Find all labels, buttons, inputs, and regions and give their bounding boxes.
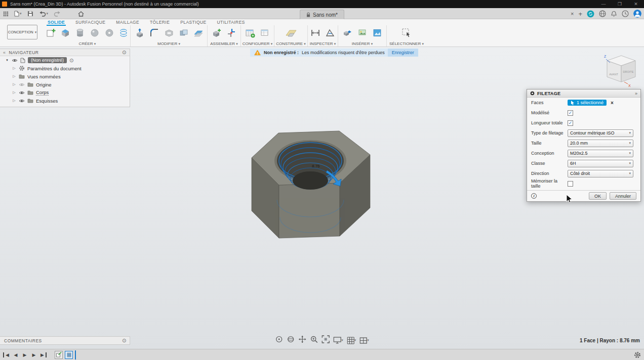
document-tab[interactable]: Sans nom* [300,10,344,19]
save-icon[interactable] [27,11,33,17]
viewports-icon[interactable]: ▾ [359,337,369,344]
insert-canvas-icon[interactable] [371,26,384,39]
ok-button[interactable]: OK [589,192,607,200]
tree-item-bodies[interactable]: ▷ Corps [0,88,130,97]
step-back-icon[interactable]: ◀ [12,352,19,357]
create-coil-icon[interactable] [117,26,130,39]
insert-derive-icon[interactable] [341,26,354,39]
measure-icon[interactable] [309,26,322,39]
globe-icon[interactable] [599,10,606,17]
redo-icon[interactable] [54,11,61,17]
expand-icon[interactable]: ▷ [12,82,16,86]
configure-feature-icon[interactable] [258,26,271,39]
maximize-icon[interactable]: ❐ [612,2,628,7]
hex-nut-model[interactable]: 8.76 [223,124,395,245]
group-label-assembler[interactable]: ASSEMBLER ▾ [208,41,240,46]
panel-options-icon[interactable]: ⊙ [122,50,127,55]
expand-icon[interactable]: ▷ [12,66,16,70]
tree-item-named-views[interactable]: ▷ Vues nommées [0,72,130,80]
designation-select[interactable]: M20x2.5▾ [568,150,633,157]
go-to-end-icon[interactable]: ▶ [39,352,47,357]
panel-options-icon[interactable]: ⊙ [122,338,127,343]
play-icon[interactable]: ▶ [21,352,28,357]
thread-type-select[interactable]: Contour métrique ISO▾ [568,129,633,137]
app-grid-icon[interactable] [3,11,9,17]
create-cylinder-icon[interactable] [73,26,87,39]
size-select[interactable]: 20.0 mm▾ [568,140,633,147]
conception-workspace-button[interactable]: CONCEPTION▾ [7,25,37,39]
visibility-eye-icon[interactable] [19,99,25,103]
undo-icon[interactable]: ▾ [39,11,49,17]
group-label-inserer[interactable]: INSÉRER ▾ [338,41,386,46]
visibility-eye-icon[interactable] [19,82,25,87]
timeline-position-marker[interactable] [75,350,76,359]
zoom-icon[interactable] [310,335,318,345]
group-label-construire[interactable]: CONSTRUIRE ▾ [274,41,307,46]
create-torus-icon[interactable] [103,26,116,39]
step-forward-icon[interactable]: ▶ [30,352,37,357]
select-tool-icon[interactable] [400,26,413,39]
tree-item-document-root[interactable]: ▾ (Non enregistré) ⊙ [0,56,130,64]
combine-icon[interactable] [177,26,190,39]
minimize-icon[interactable]: — [595,2,612,7]
tree-item-sketches[interactable]: ▷ Esquisses [0,97,130,105]
close-window-icon[interactable]: ✕ [628,2,644,7]
expand-icon[interactable]: ▷ [12,74,16,78]
save-now-button[interactable]: Enregistrer [388,49,418,57]
class-select[interactable]: 6H▾ [568,160,633,167]
new-component-icon[interactable] [210,26,223,39]
root-document-label[interactable]: (Non enregistré) [28,57,67,63]
group-label-creer[interactable]: CRÉER ▾ [45,41,130,46]
timeline-feature-thread[interactable] [65,351,73,359]
constrained-orbit-icon[interactable] [287,335,295,345]
visibility-eye-icon[interactable] [19,91,25,95]
info-icon[interactable]: i [531,193,537,199]
offset-face-icon[interactable] [192,26,205,39]
viewcube-right-label[interactable]: DROITE [623,70,634,73]
dialog-header[interactable]: FILETAGE » [527,89,640,98]
tree-item-origin[interactable]: ▷ Origine [0,80,130,88]
job-status-icon[interactable] [622,10,629,17]
home-icon[interactable] [78,11,84,17]
visibility-eye-icon[interactable] [12,58,18,63]
joint-icon[interactable] [225,26,238,39]
shell-icon[interactable] [163,26,176,39]
faces-selection-chip[interactable]: 1 sélectionné [568,100,607,106]
timeline-feature-sketch[interactable] [55,351,63,359]
configuration-table-icon[interactable] [244,26,257,39]
direction-select[interactable]: Côté droit▾ [568,170,633,177]
expand-icon[interactable]: ▾ [5,58,9,62]
display-settings-icon[interactable]: ▾ [333,337,343,344]
group-label-selectionner[interactable]: SÉLECTIONNER ▾ [387,41,426,46]
new-tab-icon[interactable]: + [578,10,582,18]
expand-icon[interactable]: ▷ [12,99,16,103]
close-tab-icon[interactable]: × [571,11,574,17]
insert-decal-icon[interactable] [356,26,369,39]
construct-plane-icon[interactable] [285,26,298,39]
full-length-checkbox[interactable]: ✓ [568,120,573,126]
group-label-inspecter[interactable]: INSPECTER ▾ [308,41,338,46]
remember-size-checkbox[interactable] [568,181,573,187]
group-label-modifier[interactable]: MODIFIER ▾ [131,41,207,46]
tree-item-document-settings[interactable]: ▷ Paramètres du document [0,64,130,72]
user-avatar[interactable] [633,10,641,18]
pan-icon[interactable] [298,335,306,345]
create-box-icon[interactable] [59,26,72,39]
grid-settings-icon[interactable]: ▾ [347,337,356,344]
cancel-button[interactable]: Annuler [610,192,636,200]
activate-target-icon[interactable]: ⊙ [69,58,73,63]
create-sketch-icon[interactable] [45,26,58,39]
group-label-configurer[interactable]: CONFIGURER ▾ [241,41,274,46]
viewcube-front-label[interactable]: AVANT [609,73,618,76]
timeline-settings-gear-icon[interactable] [634,351,641,358]
sync-status-icon[interactable] [587,10,594,18]
go-to-start-icon[interactable]: ◀ [3,352,10,357]
file-menu-icon[interactable]: ▾ [14,11,22,17]
expand-icon[interactable]: ▷ [12,91,16,95]
fit-view-icon[interactable] [321,335,330,345]
view-cube[interactable]: AVANT DROITE Z X [600,51,644,91]
clear-selection-icon[interactable]: × [611,100,614,106]
modeled-checkbox[interactable]: ✓ [568,110,573,116]
notification-bell-icon[interactable] [611,11,617,17]
press-pull-icon[interactable] [133,26,146,39]
